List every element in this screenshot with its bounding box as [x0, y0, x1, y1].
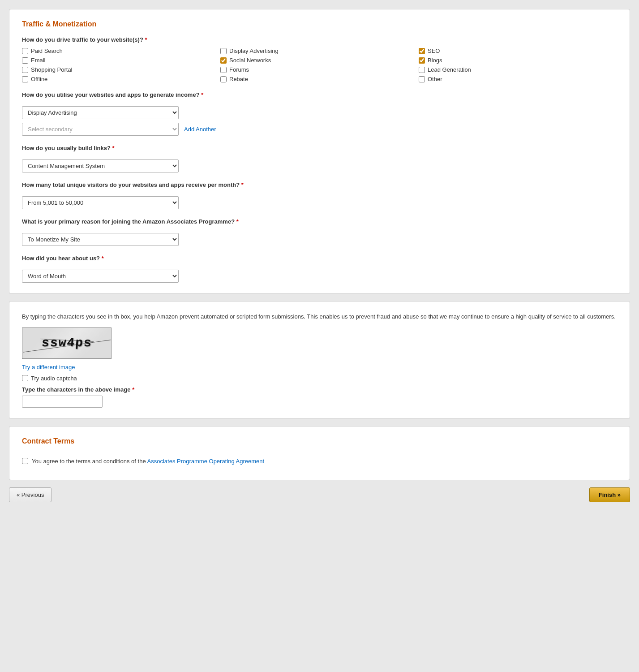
- checkbox-item-lead-generation: Lead Generation: [419, 66, 617, 73]
- checkbox-item-other: Other: [419, 76, 617, 82]
- income-secondary-row: Select secondary Affiliate Marketing Dis…: [22, 123, 617, 136]
- checkbox-paid-search[interactable]: [22, 48, 28, 54]
- hear-question-label: How did you hear about us? *: [22, 255, 617, 262]
- checkbox-item-blogs: Blogs: [419, 57, 617, 64]
- checkbox-forums[interactable]: [220, 67, 227, 73]
- checkbox-blogs[interactable]: [419, 57, 425, 64]
- visitors-select[interactable]: From 5,001 to 50,000 Less than 500 From …: [22, 196, 179, 209]
- checkbox-label-paid-search: Paid Search: [31, 47, 63, 54]
- reason-question-label: What is your primary reason for joining …: [22, 218, 617, 225]
- audio-captcha-label: Try audio captcha: [31, 375, 77, 382]
- checkbox-item-rebate: Rebate: [220, 76, 419, 82]
- finish-button[interactable]: Finish: [589, 487, 630, 502]
- checkbox-lead-generation[interactable]: [419, 67, 425, 73]
- checkbox-label-shopping-portal: Shopping Portal: [31, 66, 73, 73]
- terms-agree-label: You agree to the terms and conditions of…: [32, 457, 264, 466]
- checkbox-item-shopping-portal: Shopping Portal: [22, 66, 220, 73]
- terms-agreement-link[interactable]: Associates Programme Operating Agreement: [147, 458, 265, 465]
- traffic-checkboxes-grid: Paid Search Display Advertising SEO Emai…: [22, 47, 617, 82]
- section-title-traffic: Traffic & Monetization: [22, 20, 617, 28]
- checkbox-item-seo: SEO: [419, 47, 617, 54]
- captcha-image-inner: ssw4ps: [22, 328, 111, 358]
- captcha-image-wrapper: ssw4ps: [22, 327, 112, 359]
- checkbox-item-forums: Forums: [220, 66, 419, 73]
- traffic-question-label: How do you drive traffic to your website…: [22, 36, 617, 43]
- captcha-text-input[interactable]: [22, 396, 103, 408]
- captcha-text-display: ssw4ps: [41, 336, 93, 350]
- previous-button[interactable]: Previous: [9, 487, 51, 502]
- captcha-description: By typing the characters you see in th b…: [22, 312, 617, 321]
- checkbox-rebate[interactable]: [220, 76, 227, 82]
- captcha-input-label: Type the characters in the above image *: [22, 386, 617, 393]
- checkbox-label-forums: Forums: [229, 66, 249, 73]
- terms-row: You agree to the terms and conditions of…: [22, 453, 617, 470]
- income-secondary-select[interactable]: Select secondary Affiliate Marketing Dis…: [22, 123, 179, 136]
- terms-agree-checkbox[interactable]: [22, 458, 28, 464]
- checkbox-label-blogs: Blogs: [428, 57, 442, 64]
- checkbox-shopping-portal[interactable]: [22, 67, 28, 73]
- checkbox-social-networks[interactable]: [220, 57, 227, 64]
- checkbox-item-offline: Offline: [22, 76, 220, 82]
- checkbox-label-seo: SEO: [428, 47, 440, 54]
- checkbox-label-offline: Offline: [31, 76, 47, 82]
- checkbox-other[interactable]: [419, 76, 425, 82]
- navigation-buttons: Previous Finish: [9, 487, 630, 502]
- contract-terms-title: Contract Terms: [22, 437, 617, 445]
- links-select[interactable]: Content Management System Blog Static HT…: [22, 159, 179, 172]
- checkbox-item-social-networks: Social Networks: [220, 57, 419, 64]
- checkbox-label-social-networks: Social Networks: [229, 57, 271, 64]
- checkbox-item-paid-search: Paid Search: [22, 47, 220, 54]
- checkbox-label-display-advertising: Display Advertising: [229, 47, 279, 54]
- traffic-monetization-section: Traffic & Monetization How do you drive …: [9, 9, 630, 294]
- add-another-link[interactable]: Add Another: [184, 126, 216, 133]
- contract-terms-section: Contract Terms You agree to the terms an…: [9, 426, 630, 481]
- checkbox-email[interactable]: [22, 57, 28, 64]
- checkbox-label-email: Email: [31, 57, 46, 64]
- checkbox-display-advertising[interactable]: [220, 48, 227, 54]
- checkbox-label-rebate: Rebate: [229, 76, 248, 82]
- checkbox-seo[interactable]: [419, 48, 425, 54]
- income-primary-select[interactable]: Display Advertising Affiliate Marketing …: [22, 106, 179, 119]
- reason-select[interactable]: To Monetize My Site To Earn Extra Income…: [22, 233, 179, 246]
- previous-chevron-icon: [17, 491, 21, 498]
- checkbox-label-lead-generation: Lead Generation: [428, 66, 471, 73]
- audio-captcha-row: Try audio captcha: [22, 375, 617, 382]
- audio-captcha-checkbox[interactable]: [22, 375, 28, 381]
- hear-select[interactable]: Word of Mouth Search Engine Amazon Websi…: [22, 270, 179, 283]
- income-primary-row: Display Advertising Affiliate Marketing …: [22, 103, 617, 119]
- try-different-image-link[interactable]: Try a different image: [22, 364, 617, 370]
- checkbox-item-email: Email: [22, 57, 220, 64]
- captcha-section: By typing the characters you see in th b…: [9, 301, 630, 419]
- checkbox-item-display-advertising: Display Advertising: [220, 47, 419, 54]
- checkbox-offline[interactable]: [22, 76, 28, 82]
- checkbox-label-other: Other: [428, 76, 442, 82]
- finish-chevron-icon: [616, 491, 621, 498]
- income-question-label: How do you utilise your websites and app…: [22, 91, 617, 98]
- visitors-question-label: How many total unique visitors do your w…: [22, 181, 617, 188]
- links-question-label: How do you usually build links? *: [22, 145, 617, 151]
